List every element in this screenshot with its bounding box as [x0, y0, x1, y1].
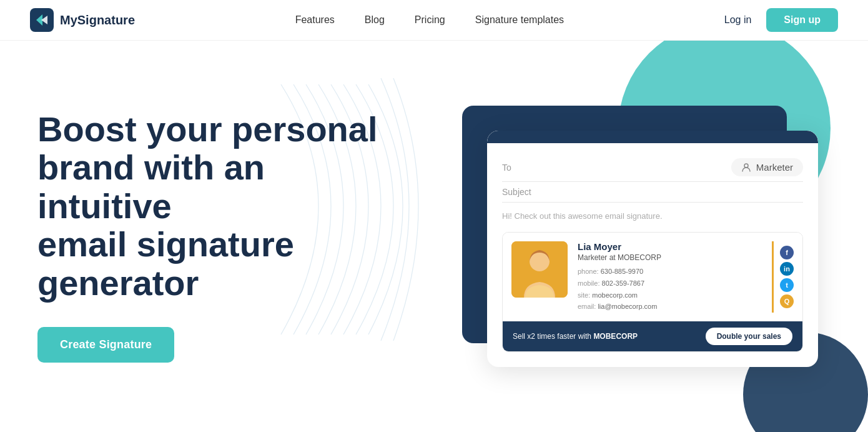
banner-text: Sell x2 times faster with MOBECORP [513, 332, 638, 341]
phone-value: 630-885-9970 [601, 268, 644, 275]
email-header-bar [487, 131, 818, 143]
hero-left: Boost your personal brand with an intuit… [37, 110, 400, 363]
navbar: MySignature Features Blog Pricing Signat… [0, 0, 868, 41]
facebook-icon: f [780, 246, 794, 259]
hero-section: Boost your personal brand with an intuit… [0, 41, 868, 432]
site-value: mobecorp.com [592, 291, 638, 299]
sig-details: phone: 630-885-9970 mobile: 802-359-7867… [578, 266, 762, 313]
phone-label: phone: [578, 268, 599, 275]
login-button[interactable]: Log in [724, 14, 752, 26]
email-card-front: To Marketer Subject Hi! Check out this a… [487, 131, 818, 367]
avatar-svg [511, 241, 568, 298]
mobile-value: 802-359-7867 [602, 279, 645, 287]
role-badge: Marketer [731, 158, 803, 176]
email-value: lia@mobecorp.com [598, 303, 657, 310]
create-signature-button[interactable]: Create Signature [37, 327, 174, 363]
email-subject-row: Subject [502, 182, 803, 203]
quora-icon: Q [780, 294, 794, 308]
signup-button[interactable]: Sign up [766, 8, 838, 32]
nav-auth: Log in Sign up [724, 8, 838, 32]
user-icon [741, 163, 751, 173]
site-label: site: [578, 291, 590, 299]
sig-title: Marketer at MOBECORP [578, 253, 762, 262]
hero-right: To Marketer Subject Hi! Check out this a… [400, 118, 831, 354]
logo-text: MySignature [60, 13, 135, 28]
signature-top: Lia Moyer Marketer at MOBECORP phone: 63… [503, 233, 802, 321]
signature-info: Lia Moyer Marketer at MOBECORP phone: 63… [578, 241, 762, 313]
to-label: To [502, 163, 511, 173]
signature-block: Lia Moyer Marketer at MOBECORP phone: 63… [502, 232, 803, 352]
signature-banner: Sell x2 times faster with MOBECORP Doubl… [503, 321, 802, 351]
sig-name: Lia Moyer [578, 241, 762, 252]
email-body: Hi! Check out this awesome email signatu… [487, 203, 818, 227]
email-label: email: [578, 303, 596, 310]
svg-point-3 [744, 164, 748, 168]
signature-social: f in t Q [772, 241, 794, 313]
nav-pricing[interactable]: Pricing [415, 14, 445, 25]
twitter-icon: t [780, 278, 794, 292]
email-fields: To Marketer Subject [487, 143, 818, 203]
subject-label: Subject [502, 187, 531, 197]
nav-features[interactable]: Features [295, 14, 335, 25]
nav-templates[interactable]: Signature templates [475, 14, 564, 25]
linkedin-icon: in [780, 262, 794, 276]
nav-links: Features Blog Pricing Signature template… [295, 14, 564, 26]
signature-avatar [511, 241, 568, 298]
logo-link[interactable]: MySignature [30, 8, 135, 32]
nav-blog[interactable]: Blog [365, 14, 385, 25]
email-to-row: To Marketer [502, 153, 803, 182]
hero-title: Boost your personal brand with an intuit… [37, 110, 400, 303]
banner-cta-button[interactable]: Double your sales [706, 328, 792, 345]
banner-brand: MOBECORP [593, 332, 638, 341]
mobile-label: mobile: [578, 279, 599, 287]
